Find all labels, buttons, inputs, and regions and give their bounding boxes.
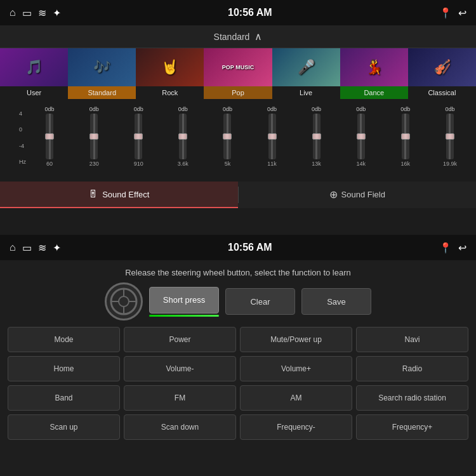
func-frequency-down[interactable]: Frequency- [240,414,352,440]
bottom-status-bar: ⌂ ▭ ≋ ✦ 10:56 AM 📍 ↩ [0,235,476,260]
eq-mode-chevron-icon[interactable]: ∧ [255,30,262,43]
eq-band-11k[interactable]: 0db 11k [251,106,293,167]
preset-rock-label: Rock [136,86,204,99]
eq-slider-13k-track[interactable] [313,114,321,159]
func-mute-power-up[interactable]: Mute/Power up [240,327,352,352]
func-mode[interactable]: Mode [8,327,120,352]
menu-icon-2[interactable]: ≋ [38,242,46,254]
eq-slider-3k6-track[interactable] [179,114,187,159]
eq-sliders-area: 4 0 -4 Hz 0db 60 0db [0,99,476,182]
eq-band-230-db: 0db [89,106,99,112]
eq-slider-11k-track[interactable] [268,114,276,159]
back-icon[interactable]: ↩ [458,7,466,19]
eq-band-5k-freq: 5k [225,161,231,167]
steering-wheel-icon [105,282,143,321]
eq-band-3k6[interactable]: 0db 3.6k [162,106,204,167]
svg-point-1 [119,296,129,307]
preset-live-label: Live [272,86,340,99]
location-icon-2: 📍 [439,242,452,254]
presets-row: 🎵 User 🎶 Standard 🤘 Rock POP MUSIC Pop 🎤 [0,48,476,99]
func-band[interactable]: Band [8,385,120,411]
eq-slider-19k9-track[interactable] [446,114,454,159]
func-radio[interactable]: Radio [356,356,468,381]
eq-band-11k-freq: 11k [267,161,277,167]
func-volume-down[interactable]: Volume- [124,356,236,381]
eq-band-13k[interactable]: 0db 13k [296,106,338,167]
func-fm[interactable]: FM [124,385,236,411]
home-icon[interactable]: ⌂ [10,7,16,18]
func-volume-up[interactable]: Volume+ [240,356,352,381]
func-frequency-up[interactable]: Frequency+ [356,414,468,440]
function-grid: Mode Power Mute/Power up Navi Home Volum… [0,327,476,440]
eq-band-13k-freq: 13k [312,161,321,167]
sound-effect-label: Sound Effect [102,190,149,199]
func-am[interactable]: AM [240,385,352,411]
screen-icon-2[interactable]: ▭ [22,242,32,254]
eq-band-3k6-freq: 3.6k [178,161,188,167]
sound-effect-icon: 🎚 [88,188,98,200]
preset-dance[interactable]: 💃 Dance [340,48,408,99]
top-clock: 10:56 AM [228,7,272,18]
eq-band-16k-db: 0db [400,106,410,112]
location-icon: 📍 [439,7,452,19]
eq-band-60[interactable]: 0db 60 [29,106,70,167]
hz-label: Hz [19,159,26,165]
sound-field-button[interactable]: ⊕ Sound Field [239,182,477,208]
eq-band-19k9-db: 0db [445,106,454,112]
usb-icon[interactable]: ✦ [53,7,61,19]
eq-band-5k[interactable]: 0db 5k [206,106,248,167]
back-icon-2[interactable]: ↩ [458,242,466,254]
eq-slider-230-track[interactable] [90,114,98,159]
preset-rock[interactable]: 🤘 Rock [136,48,204,99]
controls-row: Short press Clear Save [0,282,476,326]
eq-band-16k-freq: 16k [401,161,411,167]
preset-standard-label: Standard [68,86,136,99]
preset-user[interactable]: 🎵 User [0,48,68,99]
eq-band-60-db: 0db [45,106,55,112]
eq-mode-bar[interactable]: Standard ∧ [0,25,476,48]
func-power[interactable]: Power [124,327,236,352]
func-search-radio[interactable]: Search radio station [356,385,468,411]
func-scan-up[interactable]: Scan up [8,414,120,440]
eq-band-19k9[interactable]: 0db 19.9k [429,106,471,167]
eq-band-11k-db: 0db [267,106,277,112]
preset-standard[interactable]: 🎶 Standard [68,48,136,99]
eq-slider-14k-track[interactable] [357,114,365,159]
screen-icon[interactable]: ▭ [22,7,32,19]
eq-band-14k-db: 0db [356,106,366,112]
preset-pop-label: Pop [204,86,272,99]
eq-band-5k-db: 0db [223,106,232,112]
db-neg4-label: -4 [19,143,26,149]
eq-band-230-freq: 230 [89,161,99,167]
eq-band-910[interactable]: 0db 910 [117,106,159,167]
short-press-button[interactable]: Short press [149,287,219,314]
save-button[interactable]: Save [301,288,371,315]
func-home[interactable]: Home [8,356,120,381]
eq-band-13k-db: 0db [312,106,321,112]
bottom-clock: 10:56 AM [228,242,272,253]
home-icon-2[interactable]: ⌂ [10,242,16,253]
clear-button[interactable]: Clear [225,288,295,315]
eq-band-910-db: 0db [134,106,143,112]
menu-icon[interactable]: ≋ [38,7,46,19]
usb-icon-2[interactable]: ✦ [53,242,61,254]
eq-slider-910-track[interactable] [135,114,142,159]
eq-slider-16k-track[interactable] [402,114,409,159]
func-navi[interactable]: Navi [356,327,468,352]
eq-mode-label: Standard [214,32,250,42]
db-scale: 4 0 -4 Hz [19,102,26,165]
equalizer-panel: ⌂ ▭ ≋ ✦ 10:56 AM 📍 ↩ Standard ∧ 🎵 User 🎶… [0,0,476,235]
eq-slider-60-track[interactable] [46,114,53,159]
short-press-indicator [149,315,219,317]
sound-effect-button[interactable]: 🎚 Sound Effect [0,182,238,208]
func-scan-down[interactable]: Scan down [124,414,236,440]
eq-band-230[interactable]: 0db 230 [73,106,115,167]
preset-pop[interactable]: POP MUSIC Pop [204,48,272,99]
eq-slider-5k-track[interactable] [223,114,231,159]
preset-classical[interactable]: 🎻 Classical [408,48,476,99]
eq-band-14k[interactable]: 0db 14k [340,106,382,167]
bottom-status-right: 📍 ↩ [439,242,466,254]
preset-live[interactable]: 🎤 Live [272,48,340,99]
eq-band-910-freq: 910 [134,161,143,167]
eq-band-16k[interactable]: 0db 16k [385,106,426,167]
